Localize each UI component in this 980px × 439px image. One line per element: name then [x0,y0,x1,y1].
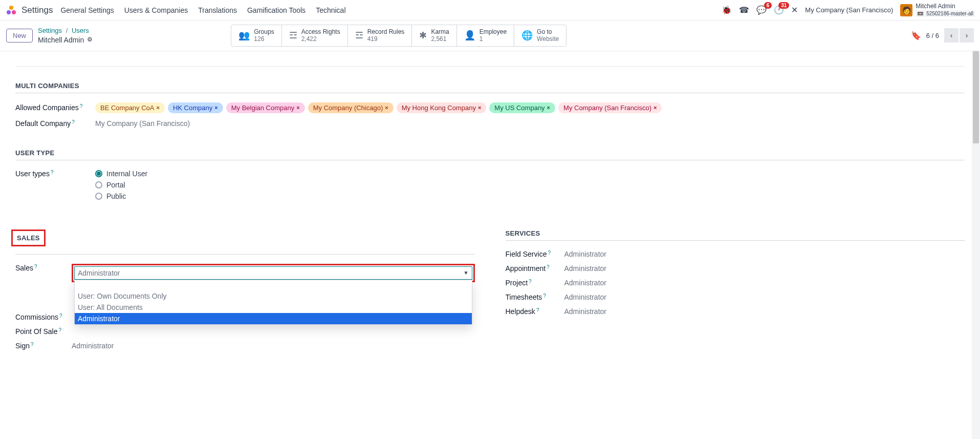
help-icon[interactable]: ? [80,103,83,109]
dropdown-option[interactable]: User: All Documents [75,302,472,313]
pager-prev-button[interactable]: ‹ [944,28,959,43]
sales-dropdown[interactable]: Administrator ▼ User: Own Documents Only… [74,266,472,280]
scrollbar[interactable] [972,51,980,366]
close-icon[interactable]: × [296,104,299,111]
app-name[interactable]: Settings [21,5,53,15]
stat-button[interactable]: ✱Karma2,561 [412,25,456,46]
nav-gamification[interactable]: Gamification Tools [247,6,306,14]
stat-button[interactable]: 👤Employee1 [457,25,514,46]
nav-general-settings[interactable]: General Settings [60,6,114,14]
services-column: SERVICES Field Service? Administrator Ap… [506,229,965,356]
subheader: New Settings / Users Mitchell Admin ⚙ 👥G… [0,20,980,51]
company-selector[interactable]: My Company (San Francisco) [805,6,893,14]
help-icon[interactable]: ? [548,250,551,256]
help-icon[interactable]: ? [51,170,54,175]
label-sign: Sign? [15,342,72,350]
chevron-down-icon: ▼ [464,270,469,276]
close-icon[interactable]: × [214,104,217,111]
dropdown-option[interactable]: Administrator [75,313,472,324]
label-timesheets: Timesheets? [506,293,564,301]
user-menu[interactable]: 🧑 Mitchell Admin 📼 52502186-master-all [900,3,975,16]
new-button[interactable]: New [6,29,33,43]
stat-icon: ✱ [419,30,427,41]
sales-select-input[interactable]: Administrator ▼ [74,266,472,280]
company-tag[interactable]: My Company (San Francisco) × [558,102,662,113]
activities-icon[interactable]: 🕐31 [774,5,784,15]
tools-icon[interactable]: ✕ [791,5,798,15]
stat-label: Karma [431,28,449,35]
breadcrumb-users[interactable]: Users [72,27,89,34]
help-icon[interactable]: ? [547,264,550,270]
appointment-value[interactable]: Administrator [564,264,965,273]
stat-button[interactable]: 👥Groups126 [231,25,281,46]
bug-icon[interactable]: 🐞 [722,5,732,15]
company-tag[interactable]: My Belgian Company × [226,102,305,113]
project-value[interactable]: Administrator [564,279,965,287]
header-icons: 🐞 ☎ 💬6 🕐31 ✕ My Company (San Francisco) … [722,3,975,16]
close-icon[interactable]: × [385,104,388,111]
svg-point-1 [7,10,11,14]
helpdesk-value[interactable]: Administrator [564,307,965,316]
default-company-value[interactable]: My Company (San Francisco) [95,119,965,128]
label-project: Project? [506,279,564,287]
radio-label: Internal User [106,170,147,178]
nav-technical[interactable]: Technical [316,6,345,14]
close-icon[interactable]: × [478,104,481,111]
phone-icon[interactable]: ☎ [739,5,749,15]
radio-option[interactable]: Internal User [95,170,965,178]
messages-icon[interactable]: 💬6 [756,5,767,15]
help-icon[interactable]: ? [543,293,546,299]
avatar-icon: 🧑 [900,4,912,16]
messages-badge: 6 [764,2,772,9]
close-icon[interactable]: × [547,104,550,111]
svg-point-2 [12,10,16,14]
section-multi-companies: MULTI COMPANIES [15,82,965,93]
app-logo-icon [5,4,17,16]
stat-button[interactable]: 🌐Go toWebsite [514,25,566,46]
radio-option[interactable]: Public [95,192,965,200]
help-icon[interactable]: ? [31,342,34,347]
dropdown-option[interactable] [75,280,472,290]
help-icon[interactable]: ? [72,119,75,125]
help-icon[interactable]: ? [529,279,532,284]
company-tag[interactable]: My Hong Kong Company × [397,102,487,113]
radio-label: Public [106,192,126,200]
radio-option[interactable]: Portal [95,181,965,189]
label-field-service: Field Service? [506,250,564,258]
label-sales: Sales? [15,264,72,272]
timesheets-value[interactable]: Administrator [564,293,965,301]
label-default-company: Default Company? [15,119,95,128]
help-icon[interactable]: ? [59,313,62,319]
field-service-value[interactable]: Administrator [564,250,965,258]
company-tag[interactable]: My Company (Chicago) × [308,102,394,113]
sign-value[interactable]: Administrator [72,342,475,350]
sales-dropdown-highlight: Administrator ▼ User: Own Documents Only… [72,264,475,282]
pager-text: 6 / 6 [926,32,939,39]
company-tag[interactable]: HK Company × [168,102,223,113]
content-area: MULTI COMPANIES Allowed Companies? BE Co… [0,51,980,366]
close-icon[interactable]: × [157,104,160,111]
stat-button[interactable]: ☲Access Rights2,422 [282,25,348,46]
help-icon[interactable]: ? [536,307,539,313]
scrollbar-thumb[interactable] [973,51,979,143]
stat-icon: 🌐 [521,30,533,41]
user-name: Mitchell Admin [916,3,975,10]
close-icon[interactable]: × [654,104,657,111]
bookmark-icon[interactable]: 🔖 [911,31,921,40]
breadcrumb-settings[interactable]: Settings [38,27,62,34]
nav-users-companies[interactable]: Users & Companies [124,6,188,14]
allowed-companies-tags[interactable]: BE Company CoA ×HK Company ×My Belgian C… [95,102,965,113]
company-tag[interactable]: My US Company × [489,102,555,113]
stat-button[interactable]: ☲Record Rules419 [348,25,412,46]
help-icon[interactable]: ? [59,327,62,333]
company-tag[interactable]: BE Company CoA × [95,102,165,113]
radio-label: Portal [106,181,125,189]
svg-point-0 [9,6,13,10]
nav-translations[interactable]: Translations [198,6,237,14]
dropdown-option[interactable]: User: Own Documents Only [75,290,472,302]
gear-icon[interactable]: ⚙ [87,36,93,44]
pager-next-button[interactable]: › [960,28,974,43]
label-appointment: Appointment? [506,264,564,273]
help-icon[interactable]: ? [34,264,37,269]
stat-label: Go to [537,28,559,35]
